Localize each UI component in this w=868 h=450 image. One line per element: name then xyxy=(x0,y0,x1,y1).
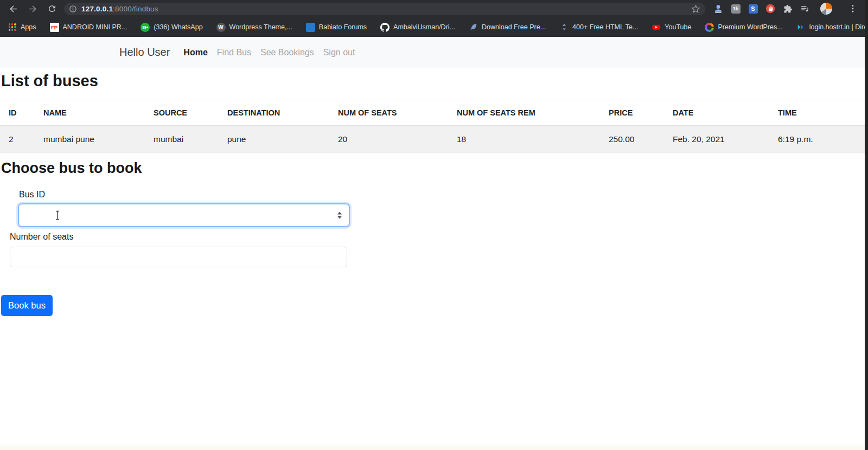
table-row: 2 mumbai pune mumbai pune 20 18 250.00 F… xyxy=(0,126,868,153)
address-bar[interactable]: 127.0.0.1:8000/findbus xyxy=(64,3,705,15)
book-bus-button[interactable]: Book bus xyxy=(1,295,53,316)
navbar-brand[interactable]: Hello User xyxy=(119,46,170,59)
1b-extension-icon[interactable]: 1b xyxy=(731,4,741,14)
page-content: Hello User Home Find Bus See Bookings Si… xyxy=(0,37,868,450)
number-spinner[interactable] xyxy=(337,212,342,219)
bookmark-premium-wordpress[interactable]: Premium WordPres... xyxy=(705,23,782,32)
apps-grid-icon xyxy=(8,23,17,32)
extensions-puzzle-icon[interactable] xyxy=(783,4,793,14)
cell-time: 6:19 p.m. xyxy=(769,126,868,153)
fp-favicon: FP xyxy=(50,23,59,32)
col-source: SOURCE xyxy=(145,100,219,126)
cell-num-seats: 20 xyxy=(329,126,448,153)
bookmark-login-hostrt[interactable]: login.hostrt.in | Dire... xyxy=(796,23,868,32)
url-text: 127.0.0.1:8000/findbus xyxy=(81,5,158,13)
cell-destination: pune xyxy=(219,126,329,153)
screen: 127.0.0.1:8000/findbus 1b S xyxy=(0,0,868,450)
nav-link-see-bookings[interactable]: See Bookings xyxy=(260,48,314,57)
bookmark-label: Premium WordPres... xyxy=(718,23,782,31)
nav-link-home[interactable]: Home xyxy=(183,48,207,57)
col-num-seats: NUM OF SEATS xyxy=(329,100,448,126)
site-info-icon[interactable] xyxy=(69,5,77,13)
reload-icon[interactable] xyxy=(47,4,57,14)
bookmark-android-mini[interactable]: FP ANDROID MINI PR... xyxy=(50,23,127,32)
premium-wordpress-icon xyxy=(705,23,714,32)
table-header-row: ID NAME SOURCE DESTINATION NUM OF SEATS … xyxy=(0,100,868,126)
bookmark-apps[interactable]: Apps xyxy=(8,23,36,32)
back-icon[interactable] xyxy=(8,4,18,14)
s-glyph: S xyxy=(749,4,758,14)
whatsapp-icon: 99+ xyxy=(141,23,150,32)
url-host: 127.0.0.1 xyxy=(81,5,113,13)
youtube-icon xyxy=(652,23,661,32)
bookmark-label: ANDROID MINI PR... xyxy=(63,23,127,31)
num-seats-label: Number of seats xyxy=(10,232,73,242)
page-title: List of buses xyxy=(1,72,98,90)
person-extension-icon[interactable] xyxy=(713,4,723,14)
bookmarks-bar: Apps FP ANDROID MINI PR... 99+ (336) Wha… xyxy=(0,17,868,37)
cell-source: mumbai xyxy=(145,126,219,153)
bookmark-github[interactable]: AmbalviUsman/Dri... xyxy=(380,23,455,32)
up-down-arrows-icon xyxy=(559,23,569,32)
double-chevron-icon xyxy=(796,23,806,32)
cell-num-seats-rem: 18 xyxy=(448,126,600,153)
feather-icon xyxy=(469,23,478,32)
nav-link-find-bus[interactable]: Find Bus xyxy=(217,48,251,57)
bookmark-html-templates[interactable]: 400+ Free HTML Te... xyxy=(559,23,638,32)
cell-id: 2 xyxy=(0,126,35,153)
col-num-seats-rem: NUM OF SEATS REM xyxy=(448,100,600,126)
browser-toolbar: 127.0.0.1:8000/findbus 1b S xyxy=(0,0,868,17)
bookmark-wordpress-theme[interactable]: W Wordpress Theme,... xyxy=(216,23,292,32)
bookmark-label: Wordpress Theme,... xyxy=(229,23,292,31)
right-edge-strip xyxy=(865,0,868,450)
bookmark-label: (336) WhatsApp xyxy=(154,23,202,31)
cell-price: 250.00 xyxy=(600,126,664,153)
extensions-area: 1b S xyxy=(713,2,863,15)
playlist-extension-icon[interactable] xyxy=(800,4,810,14)
bookmark-label: Download Free Pre... xyxy=(482,23,546,31)
col-time: TIME xyxy=(769,100,868,126)
bus-id-label: Bus ID xyxy=(19,190,45,200)
choose-bus-heading: Choose bus to book xyxy=(1,160,142,177)
bookmark-download-free[interactable]: Download Free Pre... xyxy=(469,23,546,32)
bookmark-label: 400+ Free HTML Te... xyxy=(572,23,638,31)
bookmark-whatsapp[interactable]: 99+ (336) WhatsApp xyxy=(141,23,202,32)
col-price: PRICE xyxy=(600,100,664,126)
col-id: ID xyxy=(0,100,35,126)
text-cursor-icon xyxy=(55,210,60,222)
col-name: NAME xyxy=(35,100,145,126)
bookmark-label: AmbalviUsman/Dri... xyxy=(393,23,455,31)
nav-links: Home Find Bus See Bookings Sign out xyxy=(183,48,355,57)
url-path: :8000/findbus xyxy=(113,5,158,13)
bookmark-label: Babiato Forums xyxy=(319,23,367,31)
col-destination: DESTINATION xyxy=(219,100,329,126)
bookmark-label: Apps xyxy=(21,23,36,31)
github-icon xyxy=(380,23,390,32)
bookmark-label: login.hostrt.in | Dire... xyxy=(809,23,868,31)
wordpress-globe-icon: W xyxy=(216,23,226,32)
forward-icon[interactable] xyxy=(28,4,38,14)
profile-avatar[interactable] xyxy=(820,2,833,15)
1b-glyph: 1b xyxy=(731,4,741,14)
bus-id-field-wrap xyxy=(18,203,350,227)
bookmark-babiato[interactable]: Babiato Forums xyxy=(306,23,367,32)
bookmark-label: YouTube xyxy=(665,23,691,31)
bookmark-star-icon[interactable] xyxy=(691,4,700,14)
num-seats-input[interactable] xyxy=(10,247,347,267)
col-date: DATE xyxy=(664,100,769,126)
babiato-icon xyxy=(306,23,315,32)
bottom-edge-strip xyxy=(0,446,868,450)
adblock-hand-icon[interactable] xyxy=(765,4,775,14)
cell-date: Feb. 20, 2021 xyxy=(664,126,769,153)
site-navbar: Hello User Home Find Bus See Bookings Si… xyxy=(0,37,868,68)
cell-name: mumbai pune xyxy=(35,126,145,153)
browser-menu-icon[interactable] xyxy=(848,4,858,14)
s-extension-icon[interactable]: S xyxy=(748,4,758,14)
nav-link-sign-out[interactable]: Sign out xyxy=(323,48,355,57)
bus-id-input[interactable] xyxy=(18,203,350,227)
buses-table: ID NAME SOURCE DESTINATION NUM OF SEATS … xyxy=(0,100,868,153)
bookmark-youtube[interactable]: YouTube xyxy=(652,23,691,32)
